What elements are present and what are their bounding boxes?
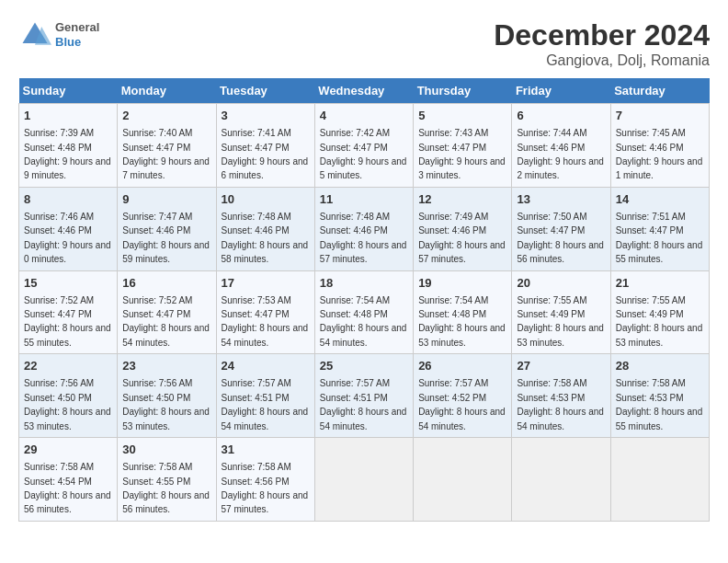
calendar-cell: 27Sunrise: 7:58 AMSunset: 4:53 PMDayligh… [512, 354, 610, 438]
calendar-cell: 15Sunrise: 7:52 AMSunset: 4:47 PMDayligh… [19, 270, 118, 354]
day-number: 8 [24, 191, 112, 208]
calendar-cell: 7Sunrise: 7:45 AMSunset: 4:46 PMDaylight… [610, 104, 709, 188]
day-info: Sunrise: 7:53 AMSunset: 4:47 PMDaylight:… [222, 295, 309, 348]
day-number: 1 [24, 108, 112, 124]
calendar-cell: 17Sunrise: 7:53 AMSunset: 4:47 PMDayligh… [216, 270, 314, 354]
title-block: December 2024 Gangiova, Dolj, Romania [494, 18, 710, 69]
calendar-cell: 13Sunrise: 7:50 AMSunset: 4:47 PMDayligh… [512, 187, 610, 270]
day-info: Sunrise: 7:51 AMSunset: 4:47 PMDaylight:… [616, 212, 703, 264]
calendar-cell: 24Sunrise: 7:57 AMSunset: 4:51 PMDayligh… [216, 354, 314, 438]
header-thursday: Thursday [414, 78, 512, 104]
day-number: 11 [320, 191, 408, 208]
day-number: 19 [418, 275, 506, 292]
day-info: Sunrise: 7:57 AMSunset: 4:51 PMDaylight:… [222, 378, 309, 431]
day-number: 29 [24, 442, 112, 458]
day-number: 22 [24, 358, 112, 374]
header-sunday: Sunday [19, 78, 118, 104]
day-number: 15 [24, 275, 112, 292]
day-info: Sunrise: 7:58 AMSunset: 4:53 PMDaylight:… [517, 378, 604, 431]
calendar-cell: 25Sunrise: 7:57 AMSunset: 4:51 PMDayligh… [314, 354, 413, 438]
calendar-cell [414, 438, 512, 522]
calendar-week-row: 29Sunrise: 7:58 AMSunset: 4:54 PMDayligh… [19, 438, 710, 522]
calendar-cell: 5Sunrise: 7:43 AMSunset: 4:47 PMDaylight… [414, 104, 512, 188]
day-info: Sunrise: 7:52 AMSunset: 4:47 PMDaylight:… [122, 295, 210, 348]
day-number: 13 [517, 191, 605, 208]
day-number: 21 [616, 275, 704, 292]
logo-line1: General [55, 20, 99, 35]
calendar-cell: 1Sunrise: 7:39 AMSunset: 4:48 PMDaylight… [19, 104, 118, 188]
calendar-week-row: 22Sunrise: 7:56 AMSunset: 4:50 PMDayligh… [19, 354, 710, 438]
calendar-cell: 2Sunrise: 7:40 AMSunset: 4:47 PMDaylight… [118, 104, 216, 188]
day-info: Sunrise: 7:56 AMSunset: 4:50 PMDaylight:… [24, 378, 111, 431]
calendar-cell: 26Sunrise: 7:57 AMSunset: 4:52 PMDayligh… [414, 354, 512, 438]
day-number: 4 [320, 108, 408, 124]
page-header: General Blue December 2024 Gangiova, Dol… [18, 18, 710, 69]
day-info: Sunrise: 7:48 AMSunset: 4:46 PMDaylight:… [222, 212, 309, 264]
day-info: Sunrise: 7:58 AMSunset: 4:55 PMDaylight:… [122, 462, 210, 514]
calendar-cell: 10Sunrise: 7:48 AMSunset: 4:46 PMDayligh… [216, 187, 314, 270]
day-info: Sunrise: 7:44 AMSunset: 4:46 PMDaylight:… [517, 128, 604, 180]
day-info: Sunrise: 7:39 AMSunset: 4:48 PMDaylight:… [24, 128, 111, 180]
calendar-week-row: 1Sunrise: 7:39 AMSunset: 4:48 PMDaylight… [19, 104, 710, 188]
day-number: 9 [122, 191, 210, 208]
calendar-header-row: SundayMondayTuesdayWednesdayThursdayFrid… [19, 78, 710, 104]
day-info: Sunrise: 7:56 AMSunset: 4:50 PMDaylight:… [122, 378, 210, 431]
day-info: Sunrise: 7:58 AMSunset: 4:56 PMDaylight:… [222, 462, 309, 514]
day-number: 2 [122, 108, 210, 124]
header-monday: Monday [118, 78, 216, 104]
day-number: 30 [122, 442, 210, 458]
calendar-cell: 30Sunrise: 7:58 AMSunset: 4:55 PMDayligh… [118, 438, 216, 522]
day-number: 18 [320, 275, 408, 292]
day-number: 12 [418, 191, 506, 208]
calendar-cell: 11Sunrise: 7:48 AMSunset: 4:46 PMDayligh… [314, 187, 413, 270]
calendar-cell: 28Sunrise: 7:58 AMSunset: 4:53 PMDayligh… [610, 354, 709, 438]
calendar-cell: 9Sunrise: 7:47 AMSunset: 4:46 PMDaylight… [118, 187, 216, 270]
day-number: 16 [122, 275, 210, 292]
calendar-cell [610, 438, 709, 522]
day-number: 26 [418, 358, 506, 374]
calendar-cell: 22Sunrise: 7:56 AMSunset: 4:50 PMDayligh… [19, 354, 118, 438]
day-info: Sunrise: 7:57 AMSunset: 4:52 PMDaylight:… [418, 378, 506, 431]
day-number: 28 [616, 358, 704, 374]
header-friday: Friday [512, 78, 610, 104]
page-subtitle: Gangiova, Dolj, Romania [494, 52, 710, 69]
day-number: 31 [222, 442, 310, 458]
day-info: Sunrise: 7:54 AMSunset: 4:48 PMDaylight:… [418, 295, 506, 348]
day-info: Sunrise: 7:42 AMSunset: 4:47 PMDaylight:… [320, 128, 407, 180]
logo-line2: Blue [55, 35, 99, 50]
day-number: 7 [616, 108, 704, 124]
day-info: Sunrise: 7:43 AMSunset: 4:47 PMDaylight:… [418, 128, 506, 180]
calendar-cell: 18Sunrise: 7:54 AMSunset: 4:48 PMDayligh… [314, 270, 413, 354]
day-info: Sunrise: 7:45 AMSunset: 4:46 PMDaylight:… [616, 128, 703, 180]
day-info: Sunrise: 7:46 AMSunset: 4:46 PMDaylight:… [24, 212, 111, 264]
day-number: 27 [517, 358, 605, 374]
day-info: Sunrise: 7:58 AMSunset: 4:53 PMDaylight:… [616, 378, 703, 431]
calendar-cell: 20Sunrise: 7:55 AMSunset: 4:49 PMDayligh… [512, 270, 610, 354]
day-info: Sunrise: 7:52 AMSunset: 4:47 PMDaylight:… [24, 295, 111, 348]
calendar-cell: 4Sunrise: 7:42 AMSunset: 4:47 PMDaylight… [314, 104, 413, 188]
calendar-cell [512, 438, 610, 522]
calendar-week-row: 8Sunrise: 7:46 AMSunset: 4:46 PMDaylight… [19, 187, 710, 270]
logo-text: General Blue [55, 20, 99, 49]
day-info: Sunrise: 7:41 AMSunset: 4:47 PMDaylight:… [222, 128, 309, 180]
day-info: Sunrise: 7:40 AMSunset: 4:47 PMDaylight:… [122, 128, 210, 180]
day-info: Sunrise: 7:50 AMSunset: 4:47 PMDaylight:… [517, 212, 604, 264]
day-number: 14 [616, 191, 704, 208]
day-number: 5 [418, 108, 506, 124]
day-info: Sunrise: 7:55 AMSunset: 4:49 PMDaylight:… [616, 295, 703, 348]
header-wednesday: Wednesday [314, 78, 413, 104]
day-number: 3 [222, 108, 310, 124]
day-number: 20 [517, 275, 605, 292]
calendar-cell: 14Sunrise: 7:51 AMSunset: 4:47 PMDayligh… [610, 187, 709, 270]
calendar-cell: 29Sunrise: 7:58 AMSunset: 4:54 PMDayligh… [19, 438, 118, 522]
calendar-cell: 21Sunrise: 7:55 AMSunset: 4:49 PMDayligh… [610, 270, 709, 354]
calendar-cell: 19Sunrise: 7:54 AMSunset: 4:48 PMDayligh… [414, 270, 512, 354]
calendar-cell: 6Sunrise: 7:44 AMSunset: 4:46 PMDaylight… [512, 104, 610, 188]
calendar-cell: 31Sunrise: 7:58 AMSunset: 4:56 PMDayligh… [216, 438, 314, 522]
calendar-cell: 3Sunrise: 7:41 AMSunset: 4:47 PMDaylight… [216, 104, 314, 188]
logo: General Blue [18, 18, 99, 52]
calendar-cell: 8Sunrise: 7:46 AMSunset: 4:46 PMDaylight… [19, 187, 118, 270]
day-number: 6 [517, 108, 605, 124]
day-number: 25 [320, 358, 408, 374]
calendar-cell: 12Sunrise: 7:49 AMSunset: 4:46 PMDayligh… [414, 187, 512, 270]
